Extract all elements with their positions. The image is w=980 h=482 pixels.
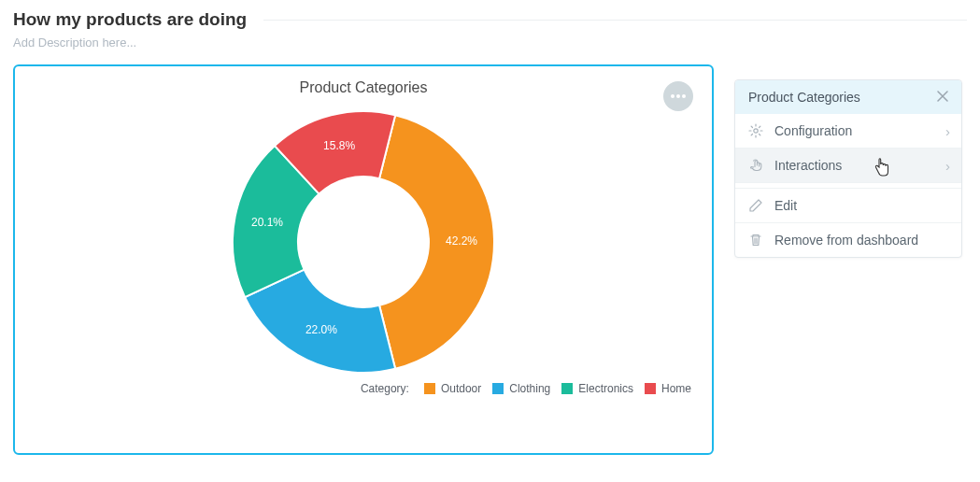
context-menu-close-button[interactable] [937,90,948,105]
legend-label: Category: [361,382,409,395]
pointer-cursor-icon [873,158,890,181]
chart-widget[interactable]: Product Categories 42.2%22.0%20.1%15.8% … [13,64,714,455]
slice-label: 42.2% [446,234,477,248]
legend-item-electronics[interactable]: Electronics [561,382,633,395]
legend-text: Outdoor [441,382,481,395]
context-menu-item-interactions[interactable]: Interactions › [735,148,961,182]
legend-text: Clothing [509,382,550,395]
context-menu-item-label: Edit [774,198,797,213]
svg-point-3 [754,129,758,133]
title-divider [263,20,967,21]
legend-item-home[interactable]: Home [645,382,691,395]
context-menu-item-remove[interactable]: Remove from dashboard [735,222,961,257]
svg-point-1 [676,94,680,98]
context-menu-item-label: Remove from dashboard [774,233,918,248]
context-menu-header: Product Categories [735,80,961,114]
chevron-right-icon: › [945,123,950,139]
legend-item-clothing[interactable]: Clothing [492,382,550,395]
trash-icon [748,233,763,248]
swatch-outdoor [424,383,435,394]
context-menu-item-label: Interactions [774,158,842,173]
chevron-right-icon: › [945,158,950,174]
page-description-input[interactable]: Add Description here... [13,35,967,50]
slice-label: 15.8% [323,139,355,152]
context-menu-title: Product Categories [748,90,860,105]
legend-text: Electronics [578,382,633,395]
svg-point-0 [671,94,675,98]
close-icon [937,91,948,102]
hand-tap-icon [748,158,763,173]
donut-chart: 42.2%22.0%20.1%15.8% [28,102,699,382]
svg-point-2 [682,94,686,98]
legend-item-outdoor[interactable]: Outdoor [424,382,481,395]
context-menu-item-edit[interactable]: Edit [735,188,961,222]
swatch-clothing [492,383,504,394]
widget-context-menu: Product Categories Configuration › [734,79,962,258]
legend-text: Home [661,382,691,395]
pencil-icon [748,198,763,213]
slice-label: 20.1% [251,216,283,229]
context-menu-item-label: Configuration [774,123,852,138]
swatch-electronics [561,383,573,394]
page-title[interactable]: How my products are doing [13,9,247,30]
ellipsis-icon [670,93,687,99]
chart-legend: Category: Outdoor Clothing Electronics H… [28,382,699,395]
slice-label: 22.0% [305,323,337,336]
context-menu-item-configuration[interactable]: Configuration › [735,114,961,148]
chart-title: Product Categories [28,79,699,96]
swatch-home [645,383,656,394]
gear-icon [748,123,763,138]
